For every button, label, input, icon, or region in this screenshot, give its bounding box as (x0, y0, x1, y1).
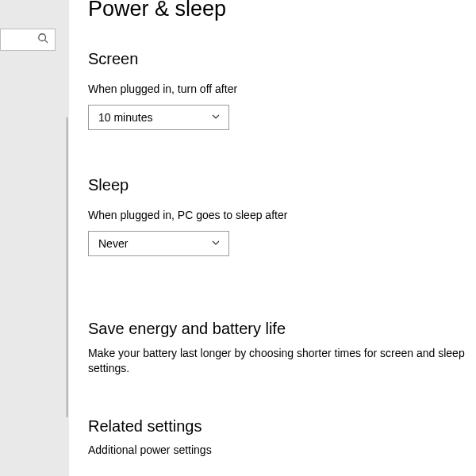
svg-line-1 (45, 40, 48, 44)
search-icon (37, 33, 48, 47)
screen-timeout-value: 10 minutes (98, 111, 152, 124)
chevron-down-icon (211, 237, 221, 250)
screen-heading: Screen (88, 50, 476, 68)
energy-description: Make your battery last longer by choosin… (88, 346, 476, 376)
chevron-down-icon (211, 111, 221, 124)
sleep-heading: Sleep (88, 176, 476, 194)
sleep-timeout-value: Never (98, 237, 128, 250)
main-content: Power & sleep Screen When plugged in, tu… (69, 0, 476, 476)
screen-timeout-dropdown[interactable]: 10 minutes (88, 105, 229, 130)
sleep-timeout-dropdown[interactable]: Never (88, 231, 229, 256)
svg-point-0 (39, 34, 46, 41)
screen-plugged-label: When plugged in, turn off after (88, 83, 476, 95)
related-heading: Related settings (88, 417, 476, 436)
search-input[interactable] (0, 29, 56, 51)
scroll-indicator (67, 117, 67, 417)
link-additional-power-settings[interactable]: Additional power settings (88, 443, 476, 456)
energy-heading: Save energy and battery life (88, 320, 476, 338)
settings-sidebar (0, 0, 69, 476)
sleep-plugged-label: When plugged in, PC goes to sleep after (88, 209, 476, 221)
page-title: Power & sleep (88, 0, 476, 21)
